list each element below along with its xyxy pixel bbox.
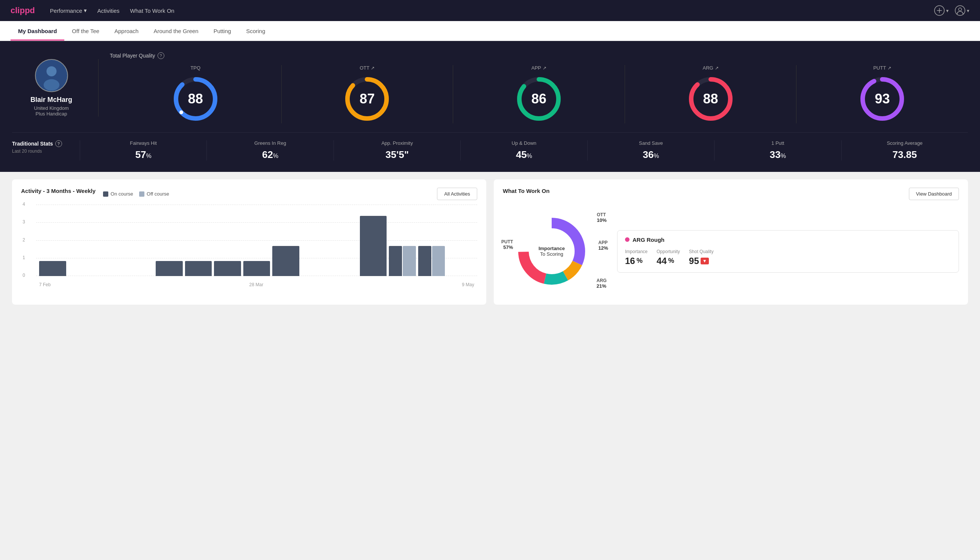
bar-chart-area: 43210 7 Feb 28 Mar 9 May bbox=[21, 205, 477, 287]
player-country: United Kingdom bbox=[34, 105, 69, 111]
trend-icon: ↗ bbox=[715, 65, 719, 71]
donut-label-putt: PUTT 57% bbox=[501, 239, 513, 250]
score-card-app: APP↗ 86 bbox=[453, 65, 625, 123]
info-metrics: Importance 16% Opportunity 44% Shot Qual… bbox=[625, 249, 951, 266]
stat-item-6: Scoring Average 73.85 bbox=[841, 140, 968, 161]
bar-group-10 bbox=[331, 205, 358, 276]
stat-name-1: Greens In Reg bbox=[213, 140, 327, 146]
bar-on-6 bbox=[214, 261, 241, 276]
nav-right: ▾ ▾ bbox=[934, 5, 970, 16]
bar-on-4 bbox=[156, 261, 183, 276]
bar-on-11 bbox=[360, 216, 387, 276]
trad-help-icon[interactable]: ? bbox=[55, 140, 62, 147]
donut-label-arg: ARG 21% bbox=[596, 278, 607, 289]
info-card: ARG Rough Importance 16% Opportunity 44% bbox=[617, 230, 959, 273]
stat-value-5: 33% bbox=[720, 149, 835, 161]
top-nav: clippd Performance ▾ Activities What To … bbox=[0, 0, 980, 21]
logo[interactable]: clippd bbox=[10, 6, 35, 15]
stat-item-3: Up & Down 45% bbox=[460, 140, 587, 161]
ring-ott: 87 bbox=[343, 75, 391, 123]
activity-card: Activity - 3 Months - Weekly On course O… bbox=[12, 179, 486, 305]
player-handicap: Plus Handicap bbox=[36, 111, 67, 117]
bar-group-1 bbox=[68, 205, 95, 276]
hero-section: Blair McHarg United Kingdom Plus Handica… bbox=[0, 41, 980, 172]
tab-my-dashboard[interactable]: My Dashboard bbox=[10, 21, 64, 41]
nav-items: Performance ▾ Activities What To Work On bbox=[50, 7, 934, 14]
tab-off-the-tee[interactable]: Off the Tee bbox=[64, 21, 107, 41]
bar-group-3 bbox=[127, 205, 154, 276]
stat-item-2: App. Proximity 35'5" bbox=[334, 140, 460, 161]
help-icon[interactable]: ? bbox=[158, 52, 164, 59]
bar-on-5 bbox=[185, 261, 212, 276]
trend-icon: ↗ bbox=[542, 65, 546, 71]
wtwo-title: What To Work On bbox=[503, 188, 549, 194]
metric-opportunity: Opportunity 44% bbox=[657, 249, 680, 266]
metric-importance: Importance 16% bbox=[625, 249, 647, 266]
donut-label-app: APP 12% bbox=[598, 240, 608, 251]
bar-off-12 bbox=[403, 246, 416, 276]
score-card-putt: PUTT↗ 93 bbox=[797, 65, 968, 123]
bar-off-13 bbox=[432, 246, 445, 276]
scores-row: Blair McHarg United Kingdom Plus Handica… bbox=[12, 52, 968, 123]
score-label-app: APP↗ bbox=[531, 65, 546, 71]
metric-shot-quality: Shot Quality 95 ▼ bbox=[689, 249, 714, 266]
bars-container bbox=[36, 205, 477, 276]
stat-name-0: Fairways Hit bbox=[86, 140, 200, 146]
score-card-ott: OTT↗ 87 bbox=[282, 65, 454, 123]
user-button[interactable]: ▾ bbox=[955, 5, 970, 16]
nav-activities[interactable]: Activities bbox=[97, 7, 120, 14]
stat-value-1: 62% bbox=[213, 149, 327, 161]
tab-approach[interactable]: Approach bbox=[107, 21, 146, 41]
player-name: Blair McHarg bbox=[30, 96, 72, 104]
view-dashboard-button[interactable]: View Dashboard bbox=[909, 188, 959, 200]
nav-what-to-work-on[interactable]: What To Work On bbox=[130, 7, 175, 14]
trend-icon: ↗ bbox=[371, 65, 374, 71]
tab-scoring[interactable]: Scoring bbox=[238, 21, 273, 41]
bar-on-8 bbox=[272, 246, 299, 276]
score-card-tpq: TPQ 88 bbox=[110, 65, 282, 123]
all-activities-button[interactable]: All Activities bbox=[437, 188, 477, 200]
stat-name-4: Sand Save bbox=[594, 140, 708, 146]
donut-center: Importance To Scoring bbox=[514, 246, 589, 257]
add-button[interactable]: ▾ bbox=[934, 5, 949, 16]
on-course-dot bbox=[103, 192, 108, 197]
info-card-title: ARG Rough bbox=[632, 237, 664, 243]
x-label-may: 9 May bbox=[462, 282, 474, 287]
nav-performance[interactable]: Performance ▾ bbox=[50, 7, 87, 14]
ring-arg: 88 bbox=[686, 75, 735, 123]
x-label-feb: 7 Feb bbox=[39, 282, 51, 287]
score-label-putt: PUTT↗ bbox=[873, 65, 891, 71]
down-badge: ▼ bbox=[700, 258, 709, 264]
player-info: Blair McHarg United Kingdom Plus Handica… bbox=[12, 59, 98, 117]
stat-value-3: 45% bbox=[467, 149, 581, 161]
tab-putting[interactable]: Putting bbox=[206, 21, 239, 41]
stat-value-4: 36% bbox=[594, 149, 708, 161]
bar-group-4 bbox=[156, 205, 183, 276]
score-label-arg: ARG↗ bbox=[702, 65, 718, 71]
bar-on-7 bbox=[243, 261, 270, 276]
y-label-4: 4 bbox=[23, 202, 25, 207]
stat-name-3: Up & Down bbox=[467, 140, 581, 146]
info-card-header: ARG Rough bbox=[625, 237, 951, 243]
y-label-0: 0 bbox=[23, 273, 25, 278]
svg-point-2 bbox=[958, 8, 962, 11]
activity-legend: On course Off course bbox=[103, 191, 169, 197]
tab-around-the-green[interactable]: Around the Green bbox=[146, 21, 206, 41]
bar-group-8 bbox=[272, 205, 299, 276]
x-label-mar: 28 Mar bbox=[249, 282, 263, 287]
stat-items: Fairways Hit 57% Greens In Reg 62% App. … bbox=[80, 140, 968, 161]
wtwo-content: Importance To Scoring PUTT 57% OTT 10% A… bbox=[503, 206, 959, 297]
ring-tpq: 88 bbox=[171, 75, 220, 123]
tpq-label: Total Player Quality ? bbox=[110, 52, 968, 59]
bar-on-0 bbox=[39, 261, 66, 276]
bar-group-6 bbox=[214, 205, 241, 276]
stat-item-5: 1 Putt 33% bbox=[714, 140, 841, 161]
legend-on-course: On course bbox=[103, 191, 133, 197]
donut-label-ott: OTT 10% bbox=[597, 212, 607, 223]
bar-group-5 bbox=[185, 205, 212, 276]
what-to-work-on-card: What To Work On View Dashboard Imp bbox=[494, 179, 968, 305]
activity-title: Activity - 3 Months - Weekly bbox=[21, 188, 95, 194]
bottom-row: Activity - 3 Months - Weekly On course O… bbox=[0, 172, 980, 312]
ring-putt: 93 bbox=[858, 75, 907, 123]
bar-on-12 bbox=[389, 246, 402, 276]
